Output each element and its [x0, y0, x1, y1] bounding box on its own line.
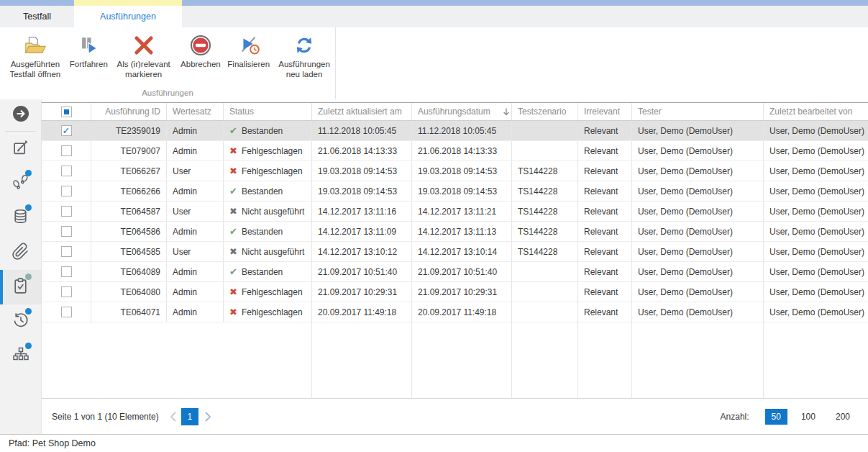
sidebar-item-hierarchy[interactable]: [0, 339, 41, 374]
cell-zuletzt-bearbeitet: User, Demo (DemoUser): [764, 282, 868, 302]
row-checkbox[interactable]: [61, 206, 72, 217]
cell-ausfuehrungsdatum: 20.09.2017 11:49:18: [412, 302, 512, 322]
reload-executions-button[interactable]: Ausführungen neu laden: [274, 31, 334, 82]
cell-tester: User, Demo (DemoUser): [632, 141, 764, 161]
row-checkbox[interactable]: [61, 166, 72, 176]
row-checkbox[interactable]: [61, 186, 72, 196]
cell-ausfuehrung-id: TE2359019: [91, 121, 167, 140]
cell-status: ✖Fehlgeschlagen: [224, 302, 312, 322]
table-row[interactable]: TE064071Admin✖Fehlgeschlagen20.09.2017 1…: [42, 302, 868, 322]
status-label: Nicht ausgeführt: [242, 207, 304, 217]
status-label: Fehlgeschlagen: [242, 307, 303, 317]
next-page-button[interactable]: [204, 411, 212, 422]
column-header-zuletzt-bearbeitet[interactable]: Zuletzt bearbeitet von: [764, 103, 868, 120]
cell-ausfuehrung-id: TE064585: [91, 242, 167, 261]
table-row[interactable]: TE064080Admin✖Fehlgeschlagen21.09.2017 1…: [42, 282, 868, 302]
table-row[interactable]: TE066267User✖Fehlgeschlagen19.03.2018 09…: [42, 161, 868, 181]
sidebar-item-attachments[interactable]: [0, 235, 41, 270]
button-label: Ausgeführten Testfall öffnen: [5, 59, 65, 79]
cell-ausfuehrungsdatum: 19.03.2018 09:14:53: [412, 161, 512, 181]
row-checkbox[interactable]: [61, 266, 72, 277]
cell-ausfuehrung-id: TE064587: [91, 202, 167, 221]
column-header-zuletzt-aktualisiert[interactable]: Zuletzt aktualisiert am: [312, 103, 412, 120]
table-row[interactable]: TE064585User✖Nicht ausgeführt14.12.2017 …: [42, 242, 868, 262]
resume-icon: [77, 34, 100, 57]
column-header-status[interactable]: Status: [224, 103, 312, 120]
row-checkbox[interactable]: [61, 307, 72, 317]
previous-page-button[interactable]: [169, 411, 178, 422]
select-all-checkbox[interactable]: [61, 107, 72, 117]
cell-zuletzt-aktualisiert: 19.03.2018 09:14:53: [312, 161, 412, 181]
row-checkbox[interactable]: [61, 145, 72, 156]
sidebar-item-history[interactable]: [0, 304, 41, 339]
cell-status: ✖Nicht ausgeführt: [224, 202, 312, 221]
row-checkbox[interactable]: [61, 125, 72, 136]
row-checkbox[interactable]: [61, 286, 72, 297]
cell-status: ✖Nicht ausgeführt: [224, 242, 312, 261]
table-row[interactable]: TE064089Admin✔Bestanden21.09.2017 10:51:…: [42, 262, 868, 282]
sidebar-item-steps[interactable]: [0, 166, 41, 201]
cell-wertesatz: Admin: [167, 181, 224, 201]
column-header-wertesatz[interactable]: Wertesatz: [167, 103, 224, 120]
cell-ausfuehrung-id: TE066266: [91, 181, 167, 201]
cell-tester: User, Demo (DemoUser): [632, 222, 764, 241]
sidebar-item-executions[interactable]: [0, 270, 41, 304]
page-size-option-200[interactable]: 200: [829, 409, 856, 425]
sidebar-item-data[interactable]: [0, 201, 41, 235]
cell-irrelevant: Relevant: [578, 282, 632, 302]
pager-summary: Seite 1 von 1 (10 Elemente): [52, 412, 159, 422]
cancel-button[interactable]: Abbrechen: [178, 31, 223, 72]
column-header-ausfuehrungsdatum[interactable]: Ausführungsdatum: [412, 103, 512, 120]
row-checkbox[interactable]: [61, 226, 72, 237]
edit-icon: [12, 139, 29, 160]
cell-status: ✔Bestanden: [224, 262, 312, 281]
column-header-irrelevant[interactable]: Irrelevant: [578, 103, 632, 120]
cell-ausfuehrungsdatum: 14.12.2017 13:11:13: [412, 222, 512, 241]
column-header-testszenario[interactable]: Testszenario: [512, 103, 578, 120]
cell-ausfuehrung-id: TE064080: [91, 282, 167, 302]
finalize-icon: [237, 34, 261, 57]
row-select-cell: [42, 121, 91, 140]
resume-button[interactable]: Fortfahren: [68, 31, 109, 72]
sidebar-item-collapse-panel[interactable]: [0, 99, 41, 131]
tab-ausfuehrungen[interactable]: Ausführungen: [74, 6, 182, 27]
cell-tester: User, Demo (DemoUser): [632, 161, 764, 181]
cell-status: ✖Fehlgeschlagen: [224, 141, 312, 161]
table-row[interactable]: TE066266Admin✔Bestanden19.03.2018 09:14:…: [42, 181, 868, 202]
table-row[interactable]: TE064586Admin✔Bestanden14.12.2017 13:11:…: [42, 222, 868, 242]
cell-zuletzt-aktualisiert: 14.12.2017 13:11:09: [312, 222, 412, 241]
cell-zuletzt-bearbeitet: User, Demo (DemoUser): [764, 202, 868, 221]
notification-badge: [25, 204, 32, 211]
page-size-option-50[interactable]: 50: [765, 409, 787, 425]
row-checkbox[interactable]: [61, 246, 72, 257]
sidebar-item-edit[interactable]: [0, 132, 41, 166]
cell-testszenario: TS144228: [512, 222, 578, 241]
cell-zuletzt-bearbeitet: User, Demo (DemoUser): [764, 302, 868, 322]
tab-testfall[interactable]: Testfall: [0, 6, 74, 27]
cell-ausfuehrung-id: TE064071: [91, 302, 167, 322]
page-number-button[interactable]: 1: [181, 408, 198, 425]
toolbar-group-ausfuehrungen: Ausgeführten Testfall öffnen Fortfahren …: [0, 27, 336, 99]
cell-wertesatz: Admin: [167, 262, 224, 281]
cell-zuletzt-bearbeitet: User, Demo (DemoUser): [764, 181, 868, 201]
mark-irrelevant-button[interactable]: Als (ir)relevant markieren: [111, 31, 176, 82]
finalize-button[interactable]: Finalisieren: [224, 31, 273, 72]
status-passed-icon: ✔: [229, 267, 237, 276]
table-row[interactable]: TE064587User✖Nicht ausgeführt14.12.2017 …: [42, 202, 868, 222]
mark-irrelevant-icon: [133, 34, 155, 57]
status-label: Fehlgeschlagen: [242, 166, 303, 176]
page-size-option-100[interactable]: 100: [795, 409, 822, 425]
cell-testszenario: [512, 302, 578, 322]
table-row[interactable]: TE079007Admin✖Fehlgeschlagen21.06.2018 1…: [42, 141, 868, 161]
cell-ausfuehrungsdatum: 21.06.2018 14:13:33: [412, 141, 512, 161]
cell-status: ✖Fehlgeschlagen: [224, 282, 312, 302]
open-executed-testcase-button[interactable]: Ausgeführten Testfall öffnen: [4, 31, 67, 82]
status-label: Fehlgeschlagen: [242, 146, 303, 156]
table-row[interactable]: TE2359019Admin✔Bestanden11.12.2018 10:05…: [42, 121, 868, 141]
column-header-tester[interactable]: Tester: [632, 103, 764, 120]
column-header-ausfuehrung-id[interactable]: Ausführung ID: [91, 103, 167, 120]
cell-zuletzt-bearbeitet: User, Demo (DemoUser): [764, 141, 868, 161]
status-passed-icon: ✔: [229, 126, 237, 135]
button-label: Ausführungen neu laden: [275, 59, 333, 79]
notification-badge: [25, 308, 32, 315]
